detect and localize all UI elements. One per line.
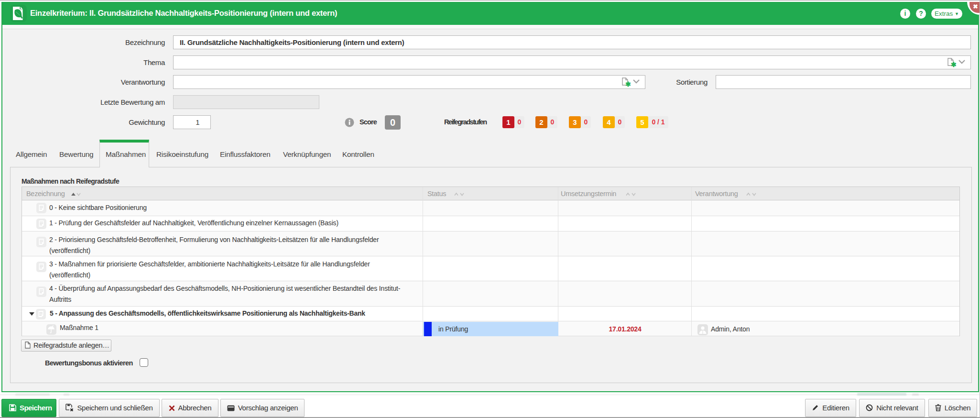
svg-text:✱: ✱ (625, 80, 631, 87)
svg-text:✱: ✱ (951, 61, 957, 67)
